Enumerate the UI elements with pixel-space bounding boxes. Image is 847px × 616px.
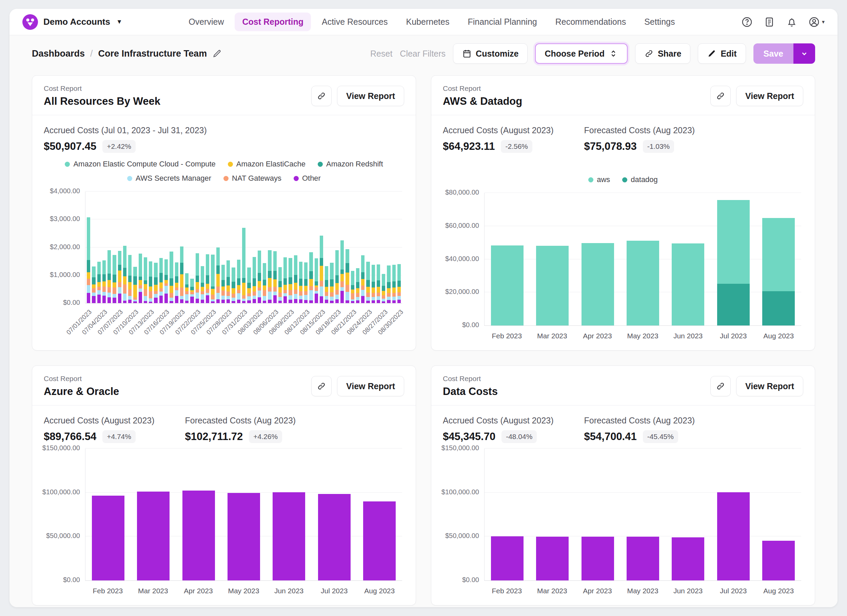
bar-08/05/2023[interactable] [268,192,271,303]
bar-07/24/2023[interactable] [206,192,209,303]
edit-button[interactable]: Edit [698,43,746,64]
bar-Jun 2023[interactable] [267,448,311,581]
bar-08/17/2023[interactable] [330,192,333,303]
copy-link-button[interactable] [710,376,731,396]
bar-07/03/2023[interactable] [97,192,101,303]
bar-Aug 2023[interactable] [756,193,801,326]
bar-07/28/2023[interactable] [226,192,230,303]
tab-active-resources[interactable]: Active Resources [314,13,395,31]
customize-button[interactable]: Customize [453,43,528,64]
bar-08/08/2023[interactable] [283,192,287,303]
bar-07/19/2023[interactable] [180,192,183,303]
bar-07/01/2023[interactable] [87,192,90,303]
bar-07/18/2023[interactable] [175,192,179,303]
bar-Jul 2023[interactable] [711,193,756,326]
bar-07/22/2023[interactable] [196,192,199,303]
workspace-switcher[interactable]: Demo Accounts ▼ [22,14,122,30]
bar-08/15/2023[interactable] [320,192,323,303]
view-report-button[interactable]: View Report [736,86,803,106]
bar-07/30/2023[interactable] [237,192,241,303]
tab-cost-reporting[interactable]: Cost Reporting [235,13,311,31]
bar-07/31/2023[interactable] [242,192,245,303]
bar-08/12/2023[interactable] [304,192,307,303]
tab-settings[interactable]: Settings [637,13,682,31]
bar-07/21/2023[interactable] [190,192,193,303]
bar-07/06/2023[interactable] [112,192,116,303]
bar-08/27/2023[interactable] [382,192,385,303]
bar-07/20/2023[interactable] [185,192,189,303]
bar-07/04/2023[interactable] [102,192,106,303]
bar-08/26/2023[interactable] [377,192,380,303]
bar-07/27/2023[interactable] [221,192,225,303]
notifications-icon[interactable] [786,16,797,28]
bar-07/05/2023[interactable] [108,192,111,303]
share-button[interactable]: Share [635,43,691,64]
view-report-button[interactable]: View Report [337,376,404,396]
bar-07/12/2023[interactable] [144,192,147,303]
bar-08/22/2023[interactable] [356,192,359,303]
bar-Jul 2023[interactable] [311,448,357,581]
choose-period-select[interactable]: Choose Period [535,43,627,64]
bar-07/02/2023[interactable] [92,192,95,303]
bar-08/10/2023[interactable] [294,192,297,303]
bar-Feb 2023[interactable] [484,448,530,581]
bar-08/13/2023[interactable] [309,192,313,303]
bar-Aug 2023[interactable] [756,448,801,581]
bar-May 2023[interactable] [620,193,665,326]
bar-07/25/2023[interactable] [211,192,214,303]
copy-link-button[interactable] [311,376,332,396]
bar-08/16/2023[interactable] [325,192,328,303]
bar-07/15/2023[interactable] [159,192,163,303]
bar-Mar 2023[interactable] [131,448,176,581]
bar-07/17/2023[interactable] [170,192,173,303]
tab-overview[interactable]: Overview [181,13,231,31]
bar-May 2023[interactable] [620,448,665,581]
bar-08/07/2023[interactable] [278,192,282,303]
tab-recommendations[interactable]: Recommendations [548,13,633,31]
bar-07/08/2023[interactable] [123,192,127,303]
bar-07/16/2023[interactable] [164,192,168,303]
bar-08/19/2023[interactable] [341,192,344,303]
bar-08/03/2023[interactable] [258,192,261,303]
bar-08/06/2023[interactable] [273,192,277,303]
view-report-button[interactable]: View Report [337,86,404,106]
tab-kubernetes[interactable]: Kubernetes [399,13,457,31]
bar-08/04/2023[interactable] [263,192,266,303]
bar-Apr 2023[interactable] [176,448,221,581]
bar-07/13/2023[interactable] [149,192,152,303]
help-icon[interactable] [741,16,753,28]
bar-08/01/2023[interactable] [247,192,251,303]
bar-08/11/2023[interactable] [299,192,302,303]
bar-07/09/2023[interactable] [128,192,131,303]
bar-Apr 2023[interactable] [575,448,620,581]
copy-link-button[interactable] [311,86,332,106]
bar-07/26/2023[interactable] [216,192,220,303]
account-menu[interactable]: ▾ [808,16,825,28]
bar-Feb 2023[interactable] [484,193,530,326]
bar-07/14/2023[interactable] [154,192,157,303]
bar-07/10/2023[interactable] [133,192,137,303]
bar-May 2023[interactable] [221,448,266,581]
bar-Jun 2023[interactable] [666,193,711,326]
bar-08/24/2023[interactable] [366,192,370,303]
bar-08/20/2023[interactable] [345,192,349,303]
clear-filters-button[interactable]: Clear Filters [400,49,446,59]
bar-08/18/2023[interactable] [335,192,339,303]
save-menu-button[interactable] [794,43,815,64]
bar-08/28/2023[interactable] [387,192,390,303]
copy-link-button[interactable] [710,86,731,106]
bar-Jun 2023[interactable] [666,448,711,581]
bar-07/11/2023[interactable] [139,192,142,303]
bar-Mar 2023[interactable] [530,448,575,581]
bar-Jul 2023[interactable] [711,448,756,581]
bar-Aug 2023[interactable] [357,448,402,581]
bar-08/21/2023[interactable] [351,192,354,303]
breadcrumb-dashboards[interactable]: Dashboards [32,49,85,59]
rename-dashboard-icon[interactable] [212,49,222,58]
bar-08/02/2023[interactable] [252,192,256,303]
bar-08/09/2023[interactable] [289,192,292,303]
bar-08/23/2023[interactable] [361,192,364,303]
save-button[interactable]: Save [753,43,794,64]
bar-Feb 2023[interactable] [86,448,131,581]
bar-Apr 2023[interactable] [575,193,620,326]
